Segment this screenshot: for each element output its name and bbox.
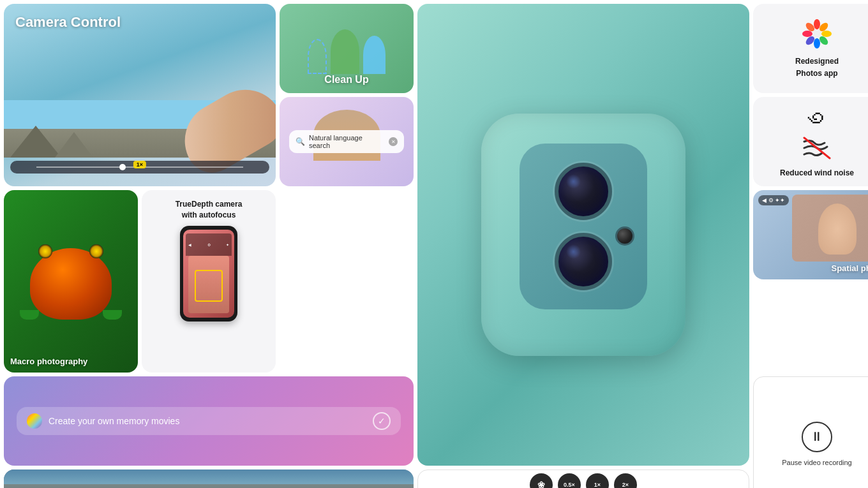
frog-eye-right — [89, 244, 103, 258]
ultra-wide-card: New Ultra Wide with autofocus — [4, 470, 414, 488]
search-icon: 🔍 — [296, 137, 305, 146]
search-clear-button[interactable]: ✕ — [389, 137, 398, 146]
wind-noise-icon: ꩜ — [805, 106, 829, 130]
tulip-badge — [530, 473, 553, 489]
zoom-badge: 1× — [133, 161, 146, 168]
memory-input-bar[interactable]: Create your own memory movies ✓ — [17, 407, 401, 435]
slider-dot — [119, 164, 126, 170]
clean-up-card: Clean Up — [280, 4, 414, 93]
mountain-right — [55, 132, 93, 158]
memory-movies-card: Create your own memory movies ✓ — [4, 376, 414, 466]
svg-point-5 — [814, 38, 820, 48]
pause-video-label: Pause video recording — [777, 459, 857, 466]
spatial-card: ◀ ⚙ ✦✦ Spatial photos and videos — [753, 190, 868, 279]
redesigned-photos-label: Redesigned Photos app — [795, 57, 839, 78]
spatial-label: Spatial photos and videos — [831, 263, 868, 273]
svg-point-9 — [812, 29, 821, 38]
macro-card: Macro photography — [4, 190, 138, 373]
ground-bg — [4, 484, 414, 488]
mountain-left — [10, 126, 61, 158]
pause-video-card: ⏸ Pause video recording — [753, 376, 868, 488]
frog-image — [20, 218, 122, 320]
people-container — [280, 9, 414, 74]
wind-noise-label: Reduced wind noise — [780, 168, 854, 177]
lens-badge-2x: 2× — [614, 473, 637, 489]
frog-toe-left — [20, 310, 39, 320]
lens-badge-05x: 0.5× — [558, 473, 581, 489]
small-lens — [615, 226, 634, 246]
photos-icon — [801, 18, 833, 50]
macro-label: Macro photography — [10, 357, 87, 366]
phone-top-bar: ◀ ⚙ ✦ — [186, 233, 232, 256]
main-grid: Camera Control 1× Clean Up 🔍 Natu — [0, 0, 868, 488]
four-lenses-card: 0.5× 1× 2× Four lenses in your pocket — [417, 470, 749, 488]
detection-box — [195, 270, 223, 301]
spatial-person-figure — [818, 203, 857, 255]
frog-eye-left — [38, 244, 52, 258]
camera-control-title: Camera Control — [15, 14, 121, 31]
pause-button-icon: ⏸ — [802, 422, 832, 452]
truedepth-card: TrueDepth camerawith autofocus ◀ ⚙ ✦ — [142, 190, 276, 373]
photos-flower-icon — [801, 18, 833, 50]
memory-text: Create your own memory movies — [49, 416, 366, 426]
main-camera-card — [417, 4, 749, 466]
spatial-ui-text: ◀ ⚙ ✦✦ — [762, 197, 785, 203]
clean-up-label: Clean Up — [324, 74, 368, 85]
lens-badge-1x: 1× — [586, 473, 609, 489]
camera-control-card: Camera Control 1× — [4, 4, 276, 186]
frog-body — [30, 248, 112, 320]
search-bar[interactable]: 🔍 Natural language search ✕ — [289, 130, 404, 153]
phone-mockup: ◀ ⚙ ✦ — [180, 226, 237, 322]
redesigned-photos-card: Redesigned Photos app — [753, 4, 868, 93]
wind-noise-card: ꩜ Reduced wind noise — [753, 97, 868, 186]
secondary-lens — [555, 233, 612, 290]
frog-toe-right — [103, 310, 122, 320]
portrait-in-phone — [188, 256, 229, 313]
spatial-ui-overlay: ◀ ⚙ ✦✦ — [758, 195, 789, 205]
svg-point-1 — [814, 19, 820, 29]
natural-search-card: 🔍 Natural language search ✕ — [280, 97, 414, 186]
person-outline — [308, 39, 327, 74]
lens-badges-row: 0.5× 1× 2× — [530, 473, 637, 489]
search-input-text: Natural language search — [309, 134, 385, 149]
camera-module — [520, 144, 647, 309]
phone-screen: ◀ ⚙ ✦ — [183, 230, 234, 318]
wind-icon-svg — [802, 135, 832, 161]
svg-point-3 — [821, 31, 832, 37]
person-green — [331, 29, 359, 74]
memory-check-button[interactable]: ✓ — [373, 412, 391, 430]
memory-icon — [27, 413, 42, 429]
svg-point-7 — [802, 31, 812, 37]
camera-body — [481, 114, 685, 356]
frog-container — [4, 205, 138, 332]
person-blue — [363, 36, 385, 74]
truedepth-label: TrueDepth camerawith autofocus — [176, 199, 243, 221]
main-lens — [555, 163, 612, 220]
